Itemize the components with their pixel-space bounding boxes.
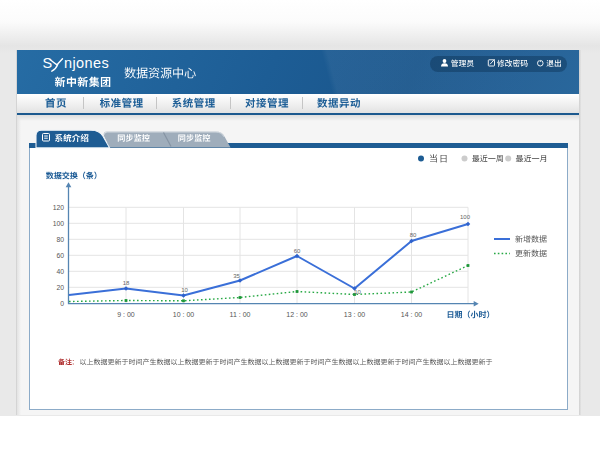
svg-text:20: 20 — [56, 284, 64, 291]
svg-text:9 : 00: 9 : 00 — [117, 311, 135, 318]
svg-text:80: 80 — [56, 236, 64, 243]
svg-text:0: 0 — [60, 300, 64, 307]
svg-text:35: 35 — [233, 273, 240, 279]
svg-text:18: 18 — [123, 280, 130, 286]
svg-text:11 : 00: 11 : 00 — [230, 311, 251, 318]
svg-text:100: 100 — [460, 214, 471, 220]
svg-text:njones: njones — [64, 55, 109, 71]
svg-text:10 : 00: 10 : 00 — [173, 311, 195, 318]
svg-text:S: S — [43, 55, 53, 71]
svg-text:40: 40 — [56, 268, 64, 275]
svg-text:60: 60 — [294, 248, 301, 254]
svg-text:100: 100 — [53, 220, 65, 227]
svg-text:10: 10 — [354, 289, 361, 295]
svg-text:14 : 00: 14 : 00 — [401, 311, 423, 318]
svg-text:60: 60 — [56, 252, 64, 259]
svg-text:80: 80 — [410, 232, 417, 238]
svg-text:12 : 00: 12 : 00 — [286, 311, 308, 318]
svg-text:120: 120 — [53, 204, 65, 211]
svg-text:13 : 00: 13 : 00 — [344, 311, 366, 318]
svg-text:10: 10 — [181, 287, 188, 293]
